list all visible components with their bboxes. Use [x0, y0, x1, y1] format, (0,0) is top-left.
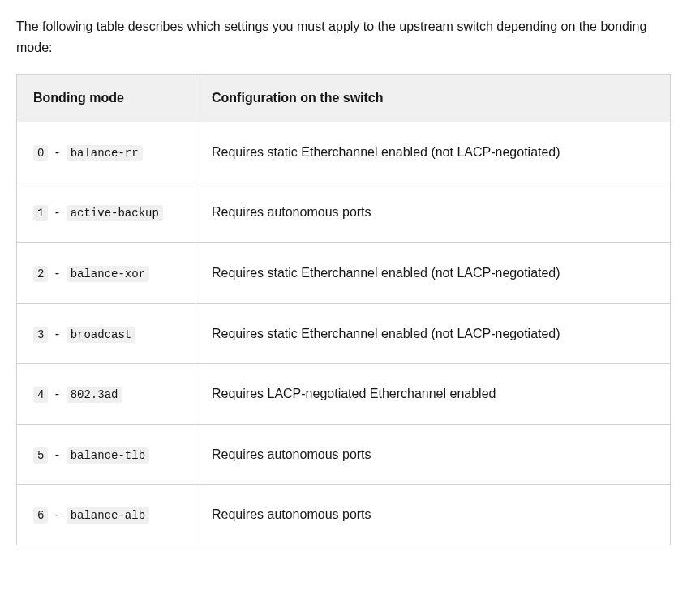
table-row: 5 - balance-tlb Requires autonomous port…	[17, 424, 671, 485]
table-row: 6 - balance-alb Requires autonomous port…	[17, 485, 671, 545]
mode-name: broadcast	[67, 327, 136, 343]
mode-code: 4	[33, 387, 48, 403]
cell-mode: 0 - balance-rr	[17, 122, 195, 182]
header-switch-config: Configuration on the switch	[195, 75, 671, 122]
table-row: 4 - 802.3ad Requires LACP-negotiated Eth…	[17, 364, 671, 425]
bonding-mode-table: Bonding mode Configuration on the switch…	[16, 74, 671, 545]
mode-separator: -	[55, 205, 59, 219]
intro-paragraph: The following table describes which sett…	[16, 16, 671, 58]
mode-separator: -	[55, 145, 59, 159]
mode-code: 1	[33, 205, 48, 221]
mode-separator: -	[55, 327, 59, 340]
mode-code: 2	[33, 266, 48, 282]
mode-separator: -	[55, 507, 59, 521]
mode-name: active-backup	[67, 205, 163, 221]
cell-config: Requires static Etherchannel enabled (no…	[195, 242, 671, 303]
mode-name: balance-xor	[67, 266, 149, 282]
cell-config: Requires static Etherchannel enabled (no…	[195, 122, 671, 182]
cell-config: Requires static Etherchannel enabled (no…	[195, 303, 671, 364]
table-row: 3 - broadcast Requires static Etherchann…	[17, 303, 671, 364]
cell-config: Requires LACP-negotiated Etherchannel en…	[195, 364, 671, 425]
cell-config: Requires autonomous ports	[195, 485, 671, 545]
header-bonding-mode: Bonding mode	[17, 75, 195, 122]
cell-mode: 1 - active-backup	[17, 182, 195, 243]
table-row: 1 - active-backup Requires autonomous po…	[17, 182, 671, 243]
mode-code: 3	[33, 327, 48, 343]
mode-separator: -	[55, 387, 59, 400]
table-row: 2 - balance-xor Requires static Ethercha…	[17, 242, 671, 303]
mode-name: 802.3ad	[67, 387, 122, 403]
mode-name: balance-tlb	[67, 447, 149, 464]
cell-mode: 5 - balance-tlb	[17, 424, 195, 485]
mode-code: 5	[33, 447, 48, 464]
mode-code: 0	[33, 145, 48, 161]
cell-mode: 4 - 802.3ad	[17, 364, 195, 425]
cell-mode: 3 - broadcast	[17, 303, 195, 364]
cell-config: Requires autonomous ports	[195, 182, 671, 243]
mode-name: balance-rr	[67, 145, 143, 161]
cell-mode: 2 - balance-xor	[17, 242, 195, 303]
mode-separator: -	[55, 266, 59, 280]
cell-config: Requires autonomous ports	[195, 424, 671, 485]
mode-separator: -	[55, 447, 59, 461]
table-row: 0 - balance-rr Requires static Etherchan…	[17, 122, 671, 182]
cell-mode: 6 - balance-alb	[17, 485, 195, 545]
mode-code: 6	[33, 507, 48, 524]
mode-name: balance-alb	[67, 507, 149, 524]
